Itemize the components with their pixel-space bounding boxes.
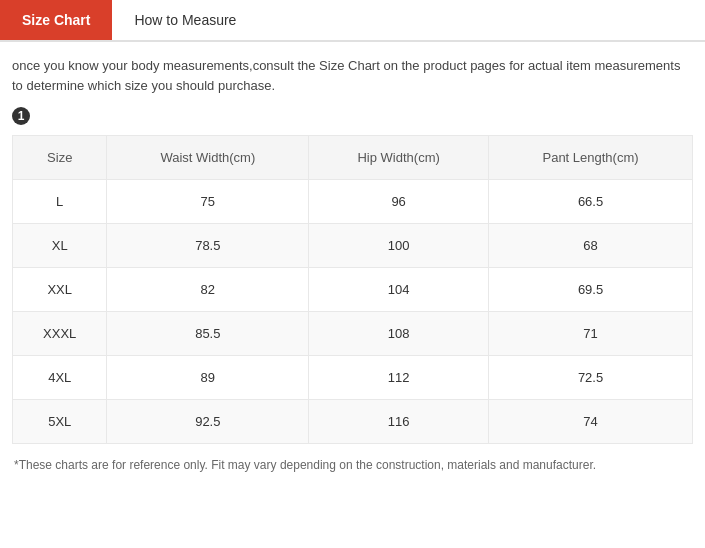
- tab-size-chart[interactable]: Size Chart: [0, 0, 112, 40]
- table-cell: 72.5: [489, 356, 693, 400]
- tab-content: once you know your body measurements,con…: [0, 42, 705, 482]
- table-cell: 108: [309, 312, 489, 356]
- table-cell: 69.5: [489, 268, 693, 312]
- table-cell: 78.5: [107, 224, 309, 268]
- table-cell: 75: [107, 180, 309, 224]
- table-row: 4XL8911272.5: [13, 356, 693, 400]
- col-header-hip: Hip Width(cm): [309, 136, 489, 180]
- table-header-row: Size Waist Width(cm) Hip Width(cm) Pant …: [13, 136, 693, 180]
- table-cell: 92.5: [107, 400, 309, 444]
- table-cell: 96: [309, 180, 489, 224]
- col-header-size: Size: [13, 136, 107, 180]
- table-cell: 5XL: [13, 400, 107, 444]
- table-cell: 112: [309, 356, 489, 400]
- table-cell: 82: [107, 268, 309, 312]
- table-cell: XL: [13, 224, 107, 268]
- col-header-waist: Waist Width(cm): [107, 136, 309, 180]
- col-header-pant-length: Pant Length(cm): [489, 136, 693, 180]
- table-row: XL78.510068: [13, 224, 693, 268]
- table-cell: XXL: [13, 268, 107, 312]
- tab-how-to-measure[interactable]: How to Measure: [112, 0, 258, 40]
- info-icon: 1: [12, 107, 30, 125]
- table-row: L759666.5: [13, 180, 693, 224]
- table-cell: 89: [107, 356, 309, 400]
- table-cell: L: [13, 180, 107, 224]
- footer-note: *These charts are for reference only. Fi…: [12, 456, 693, 474]
- table-cell: 68: [489, 224, 693, 268]
- size-table: Size Waist Width(cm) Hip Width(cm) Pant …: [12, 135, 693, 444]
- tab-bar: Size Chart How to Measure: [0, 0, 705, 42]
- table-cell: 104: [309, 268, 489, 312]
- table-cell: 4XL: [13, 356, 107, 400]
- table-cell: 100: [309, 224, 489, 268]
- table-row: XXL8210469.5: [13, 268, 693, 312]
- table-row: 5XL92.511674: [13, 400, 693, 444]
- table-row: XXXL85.510871: [13, 312, 693, 356]
- table-cell: 74: [489, 400, 693, 444]
- table-cell: XXXL: [13, 312, 107, 356]
- table-cell: 66.5: [489, 180, 693, 224]
- table-cell: 116: [309, 400, 489, 444]
- description-text: once you know your body measurements,con…: [12, 56, 693, 95]
- table-cell: 71: [489, 312, 693, 356]
- table-cell: 85.5: [107, 312, 309, 356]
